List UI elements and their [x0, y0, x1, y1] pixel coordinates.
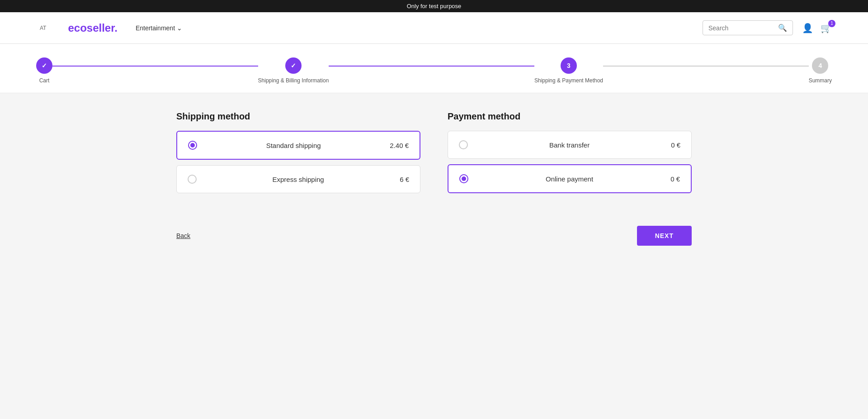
step-circle-billing: ✓: [285, 57, 302, 74]
payment-title: Payment method: [448, 111, 692, 122]
step-billing: ✓ Shipping & Billing Information: [258, 57, 329, 84]
step-circle-cart: ✓: [36, 57, 52, 74]
express-shipping-label: Express shipping: [204, 176, 392, 183]
standard-shipping-radio-inner: [190, 143, 195, 148]
header: AT ecoseller. Entertainment ⌄ 🔍 👤 🛒 1: [0, 12, 868, 44]
cart-badge: 1: [828, 20, 835, 27]
online-payment-price: 0 €: [670, 175, 680, 183]
standard-shipping-option[interactable]: Standard shipping 2.40 €: [176, 131, 420, 160]
header-icons: 👤 🛒 1: [802, 23, 832, 33]
step-line-2: [329, 66, 534, 67]
express-shipping-option[interactable]: Express shipping 6 €: [176, 165, 420, 193]
bank-transfer-option[interactable]: Bank transfer 0 €: [448, 131, 692, 159]
standard-shipping-label: Standard shipping: [204, 142, 382, 149]
step-label-cart: Cart: [39, 77, 50, 84]
bank-transfer-label: Bank transfer: [475, 141, 664, 149]
standard-shipping-radio: [188, 141, 197, 150]
online-payment-radio: [459, 174, 468, 183]
search-input[interactable]: [708, 24, 778, 32]
payment-section: Payment method Bank transfer 0 € Online …: [448, 111, 692, 199]
step-circle-summary: 4: [812, 57, 828, 74]
standard-shipping-price: 2.40 €: [390, 142, 409, 149]
step-label-summary: Summary: [809, 77, 832, 84]
header-right: 🔍 👤 🛒 1: [703, 20, 832, 35]
content-grid: Shipping method Standard shipping 2.40 €…: [176, 111, 692, 199]
logo[interactable]: ecoseller.: [68, 22, 117, 34]
step-line-1: [52, 66, 258, 67]
search-icon: 🔍: [778, 24, 787, 32]
bank-transfer-price: 0 €: [671, 141, 680, 149]
search-box[interactable]: 🔍: [703, 20, 793, 35]
express-shipping-price: 6 €: [400, 176, 409, 183]
chevron-down-icon: ⌄: [177, 24, 182, 32]
header-left: AT ecoseller. Entertainment ⌄: [36, 22, 182, 34]
cart-icon[interactable]: 🛒 1: [821, 23, 832, 33]
shipping-section: Shipping method Standard shipping 2.40 €…: [176, 111, 420, 199]
step-payment: 3 Shipping & Payment Method: [534, 57, 603, 84]
step-cart: ✓ Cart: [36, 57, 52, 84]
step-line-3: [603, 66, 809, 67]
locale-selector[interactable]: AT: [36, 23, 50, 33]
online-payment-option[interactable]: Online payment 0 €: [448, 164, 692, 193]
next-button[interactable]: NEXT: [637, 226, 692, 246]
bank-transfer-radio: [459, 140, 468, 149]
stepper: ✓ Cart ✓ Shipping & Billing Information …: [0, 44, 868, 93]
nav-entertainment[interactable]: Entertainment ⌄: [136, 24, 182, 32]
online-payment-label: Online payment: [476, 175, 663, 183]
online-payment-radio-inner: [462, 176, 466, 181]
actions: Back NEXT: [176, 226, 692, 246]
account-icon[interactable]: 👤: [802, 23, 813, 33]
step-circle-payment: 3: [561, 57, 577, 74]
test-banner: Only for test purpose: [0, 0, 868, 12]
step-summary: 4 Summary: [809, 57, 832, 84]
step-label-payment: Shipping & Payment Method: [534, 77, 603, 84]
shipping-title: Shipping method: [176, 111, 420, 122]
back-button[interactable]: Back: [176, 232, 190, 239]
main-content: Shipping method Standard shipping 2.40 €…: [140, 93, 728, 264]
banner-text: Only for test purpose: [407, 3, 462, 10]
step-label-billing: Shipping & Billing Information: [258, 77, 329, 84]
express-shipping-radio: [188, 175, 197, 184]
